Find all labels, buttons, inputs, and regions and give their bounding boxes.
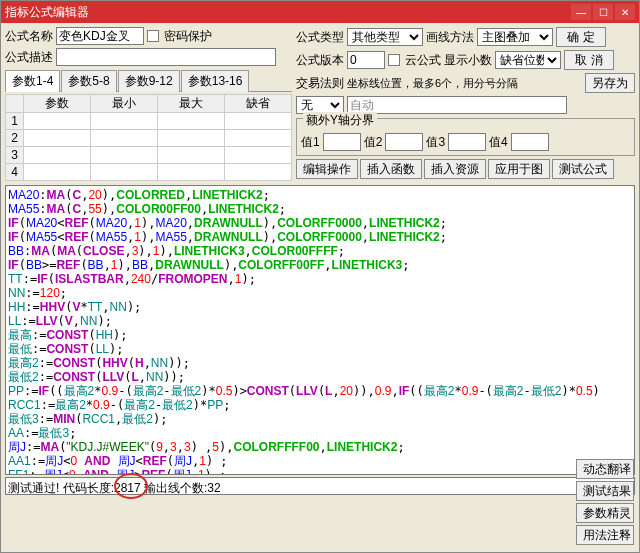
formula-desc-input[interactable] — [56, 48, 276, 66]
code-editor[interactable]: MA20:MA(C,20),COLORRED,LINETHICK2; MA55:… — [5, 185, 635, 475]
password-checkbox[interactable] — [147, 30, 159, 42]
decimal-label: 显示小数 — [444, 52, 492, 69]
decimal-select[interactable]: 缺省位数 — [495, 51, 561, 69]
col-default: 缺省 — [225, 95, 292, 113]
dynamic-translate-button[interactable]: 动态翻译 — [576, 459, 634, 479]
table-row: 1 — [6, 113, 292, 130]
window-title: 指标公式编辑器 — [5, 4, 569, 21]
window: 指标公式编辑器 — ☐ ✕ 公式名称 密码保护 公式描述 参数1-4 参数5-8… — [0, 0, 640, 553]
tab-params-13-16[interactable]: 参数13-16 — [181, 70, 250, 92]
extra-y-legend: 额外Y轴分界 — [303, 112, 377, 129]
close-button[interactable]: ✕ — [615, 4, 635, 20]
version-label: 公式版本 — [296, 52, 344, 69]
col-param: 参数 — [24, 95, 91, 113]
version-input[interactable] — [347, 51, 385, 69]
formula-desc-label: 公式描述 — [5, 49, 53, 66]
right-panel: 公式类型 其他类型 画线方法 主图叠加 确 定 公式版本 云公式 显示小数 缺省… — [296, 27, 635, 181]
test-formula-button[interactable]: 测试公式 — [552, 159, 614, 179]
ok-button[interactable]: 确 定 — [556, 27, 606, 47]
insert-res-button[interactable]: 插入资源 — [424, 159, 486, 179]
coord-input[interactable] — [347, 96, 567, 114]
status-bar: 测试通过! 代码长度:2817 输出线个数:32 — [5, 477, 635, 495]
cancel-button[interactable]: 取 消 — [564, 50, 614, 70]
param-tabs: 参数1-4 参数5-8 参数9-12 参数13-16 — [5, 69, 292, 92]
formula-type-label: 公式类型 — [296, 29, 344, 46]
val2-input[interactable] — [385, 133, 423, 151]
cloud-label: 云公式 — [405, 52, 441, 69]
cloud-checkbox[interactable] — [388, 54, 400, 66]
formula-type-select[interactable]: 其他类型 — [347, 28, 423, 46]
val1-input[interactable] — [323, 133, 361, 151]
insert-func-button[interactable]: 插入函数 — [360, 159, 422, 179]
param-table: 参数 最小 最大 缺省 1 2 3 4 — [5, 94, 292, 181]
col-max: 最大 — [158, 95, 225, 113]
tab-params-9-12[interactable]: 参数9-12 — [118, 70, 180, 92]
usage-note-button[interactable]: 用法注释 — [576, 525, 634, 545]
apply-chart-button[interactable]: 应用于图 — [488, 159, 550, 179]
tab-params-1-4[interactable]: 参数1-4 — [5, 70, 60, 92]
left-panel: 公式名称 密码保护 公式描述 参数1-4 参数5-8 参数9-12 参数13-1… — [5, 27, 292, 181]
draw-method-select[interactable]: 主图叠加 — [477, 28, 553, 46]
action-buttons: 编辑操作 插入函数 插入资源 应用于图 测试公式 — [296, 159, 635, 179]
table-row: 2 — [6, 130, 292, 147]
coord-label: 坐标线位置，最多6个，用分号分隔 — [347, 76, 518, 91]
val4-input[interactable] — [511, 133, 549, 151]
tab-params-5-8[interactable]: 参数5-8 — [61, 70, 116, 92]
maximize-button[interactable]: ☐ — [593, 4, 613, 20]
password-label: 密码保护 — [164, 28, 212, 45]
col-min: 最小 — [91, 95, 158, 113]
table-row: 4 — [6, 164, 292, 181]
test-result-button[interactable]: 测试结果 — [576, 481, 634, 501]
formula-name-input[interactable] — [56, 27, 144, 45]
saveas-button[interactable]: 另存为 — [585, 73, 635, 93]
status-text: 测试通过! 代码长度:2817 输出线个数:32 — [8, 481, 221, 495]
trade-rule-label: 交易法则 — [296, 75, 344, 92]
minimize-button[interactable]: — — [571, 4, 591, 20]
top-panel: 公式名称 密码保护 公式描述 参数1-4 参数5-8 参数9-12 参数13-1… — [1, 23, 639, 185]
extra-y-fieldset: 额外Y轴分界 值1 值2 值3 值4 — [296, 118, 635, 156]
formula-name-label: 公式名称 — [5, 28, 53, 45]
table-row: 3 — [6, 147, 292, 164]
val3-input[interactable] — [448, 133, 486, 151]
draw-method-label: 画线方法 — [426, 29, 474, 46]
edit-op-button[interactable]: 编辑操作 — [296, 159, 358, 179]
title-bar: 指标公式编辑器 — ☐ ✕ — [1, 1, 639, 23]
side-buttons: 动态翻译 测试结果 参数精灵 用法注释 — [576, 459, 634, 545]
param-wizard-button[interactable]: 参数精灵 — [576, 503, 634, 523]
